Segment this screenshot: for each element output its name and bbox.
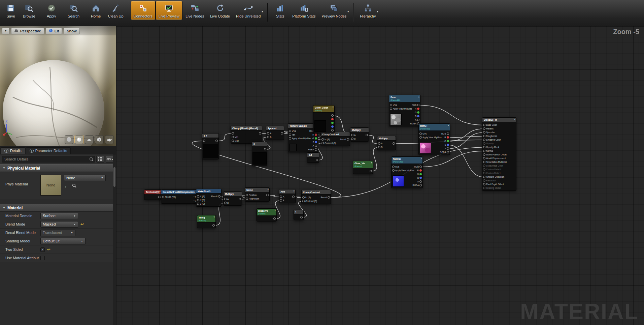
graph-node-glowcolor[interactable]: Glow_Color(Param)▾ bbox=[313, 105, 335, 133]
collapse-arrow-icon[interactable]: ▴ bbox=[514, 118, 515, 121]
input-pin[interactable] bbox=[483, 187, 485, 189]
output-pin[interactable] bbox=[347, 138, 349, 141]
output-pin[interactable] bbox=[419, 169, 422, 172]
input-pin[interactable] bbox=[483, 150, 485, 152]
output-pin[interactable] bbox=[417, 111, 419, 114]
shape-cube-button[interactable] bbox=[95, 135, 104, 144]
input-pin[interactable] bbox=[224, 202, 227, 204]
preview-viewport[interactable]: ▼ Perspective Lit Show Z bbox=[0, 26, 116, 146]
output-pin[interactable] bbox=[273, 217, 276, 220]
details-scrollbar[interactable] bbox=[113, 154, 116, 325]
input-pin[interactable] bbox=[267, 132, 269, 135]
output-pin[interactable] bbox=[417, 115, 419, 117]
input-pin[interactable] bbox=[392, 166, 395, 168]
chevron-down-icon[interactable]: ▾ bbox=[262, 10, 263, 13]
input-pin[interactable] bbox=[483, 124, 485, 126]
tab-details[interactable]: i Details bbox=[1, 147, 25, 154]
output-pin[interactable] bbox=[331, 118, 334, 120]
input-pin[interactable] bbox=[232, 132, 234, 135]
blend-mode-dropdown[interactable]: Masked ▼ bbox=[40, 221, 78, 228]
output-pin[interactable] bbox=[315, 145, 317, 147]
visibility-filter-button[interactable]: ▾ bbox=[106, 156, 114, 162]
input-pin[interactable] bbox=[162, 196, 164, 198]
tab-parameter-defaults[interactable]: i Parameter Defaults bbox=[26, 147, 71, 154]
graph-node-makefloat3[interactable]: MakeFloat3X (S)ResultY (S)Z (S) bbox=[196, 189, 222, 207]
save-button[interactable]: Save bbox=[2, 1, 20, 20]
input-pin[interactable] bbox=[302, 196, 305, 199]
input-pin[interactable] bbox=[246, 198, 248, 200]
input-pin[interactable] bbox=[378, 146, 380, 148]
graph-node-const05[interactable]: 0.5 bbox=[307, 152, 319, 163]
input-pin[interactable] bbox=[483, 139, 485, 141]
graph-node-multiply1[interactable]: MultiplyAB bbox=[350, 127, 369, 142]
graph-node-tiling[interactable]: Tiling(Param)▾ bbox=[197, 215, 216, 228]
input-pin[interactable] bbox=[390, 108, 392, 110]
collapse-arrow-icon[interactable]: ▴ bbox=[448, 124, 449, 127]
output-pin[interactable] bbox=[292, 196, 295, 198]
output-pin[interactable] bbox=[315, 148, 317, 151]
lit-button[interactable]: Lit bbox=[46, 28, 62, 34]
output-pin[interactable] bbox=[417, 104, 419, 106]
graph-node-glowvis[interactable]: Glow_Vis(Param)▾ bbox=[353, 161, 373, 174]
scrollbar-thumb[interactable] bbox=[113, 167, 115, 187]
input-pin[interactable] bbox=[483, 157, 485, 159]
graph-node-add[interactable]: Add▾AB bbox=[279, 189, 296, 203]
live-preview-button[interactable]: Live Preview bbox=[156, 1, 182, 20]
output-pin[interactable] bbox=[215, 140, 218, 142]
collapse-arrow-icon[interactable]: ▾ bbox=[274, 209, 276, 212]
input-pin[interactable] bbox=[483, 168, 485, 171]
input-pin[interactable] bbox=[483, 176, 485, 178]
chevron-down-icon[interactable]: ▾ bbox=[347, 10, 349, 13]
use-selected-asset-icon[interactable]: ← bbox=[64, 183, 69, 189]
graph-node-base[interactable]: Base(Param2D)▴UVsRGBApply View MipBiasRG… bbox=[389, 95, 420, 126]
output-pin[interactable] bbox=[447, 140, 449, 142]
stats-button[interactable]: Stats bbox=[271, 1, 289, 20]
platform-stats-button[interactable]: Platform Stats bbox=[290, 1, 318, 20]
output-pin[interactable] bbox=[266, 194, 269, 196]
graph-node-noise[interactable]: Noise▾PositionFilterWidth bbox=[245, 187, 270, 202]
output-pin[interactable] bbox=[315, 134, 317, 136]
output-pin[interactable] bbox=[366, 134, 368, 136]
input-pin[interactable] bbox=[321, 138, 324, 141]
output-pin[interactable] bbox=[419, 166, 422, 168]
graph-node-append[interactable]: AppendAB bbox=[266, 126, 284, 140]
output-pin[interactable] bbox=[447, 144, 449, 146]
output-pin[interactable] bbox=[331, 114, 334, 117]
graph-node-dissolveM[interactable]: Dissolve_M▴Base ColorMetallicSpecularRou… bbox=[482, 117, 516, 191]
graph-node-breakout[interactable]: BreakOutFloat2ComponentsFloat2 (V2)RG bbox=[161, 189, 201, 204]
collapse-arrow-icon[interactable]: ▴ bbox=[420, 157, 422, 160]
input-pin[interactable] bbox=[483, 161, 485, 163]
browse-button[interactable]: Browse bbox=[20, 1, 38, 20]
hide-unrelated-button[interactable]: Hide Unrelated ▾ bbox=[233, 1, 263, 20]
input-pin[interactable] bbox=[232, 140, 234, 142]
input-pin[interactable] bbox=[483, 142, 485, 145]
collapse-arrow-icon[interactable]: ▾ bbox=[293, 190, 295, 193]
input-pin[interactable] bbox=[321, 142, 324, 144]
hierarchy-button[interactable]: Hierarchy ▾ bbox=[357, 1, 378, 20]
output-pin[interactable] bbox=[447, 132, 449, 135]
connectors-button[interactable]: Connectors bbox=[131, 1, 155, 20]
collapse-arrow-icon[interactable]: ▾ bbox=[371, 161, 372, 164]
input-pin[interactable] bbox=[351, 134, 353, 136]
input-pin[interactable] bbox=[267, 136, 269, 138]
show-button[interactable]: Show bbox=[64, 28, 79, 34]
search-button[interactable]: Search bbox=[65, 1, 82, 20]
chevron-down-icon[interactable]: ▾ bbox=[377, 10, 378, 13]
collapse-arrow-icon[interactable]: ▾ bbox=[213, 216, 215, 218]
graph-node-rmah[interactable]: RMAH(Param2D)▴UVsRGBApply View MipBiasRG… bbox=[418, 123, 450, 155]
input-pin[interactable] bbox=[302, 200, 305, 202]
output-pin[interactable] bbox=[419, 180, 422, 183]
input-pin[interactable] bbox=[280, 199, 282, 202]
input-pin[interactable] bbox=[483, 146, 485, 148]
graph-node-const1[interactable]: 1 bbox=[294, 210, 304, 220]
graph-node-texcoord[interactable]: TexCoord[0]▾ bbox=[144, 189, 162, 200]
input-pin[interactable] bbox=[203, 140, 205, 142]
graph-node-const0[interactable]: 0 bbox=[252, 142, 267, 166]
graph-node-clamp[interactable]: Clamp (Min=0) (Max=1)MinMax bbox=[231, 126, 262, 144]
graph-node-multiply2[interactable]: MultiplyAB bbox=[377, 136, 396, 150]
shape-teapot-button[interactable] bbox=[105, 135, 114, 144]
input-pin[interactable] bbox=[224, 198, 227, 200]
live-update-button[interactable]: Live Update bbox=[207, 1, 233, 20]
collapse-arrow-icon[interactable]: ▾ bbox=[332, 106, 334, 109]
input-pin[interactable] bbox=[483, 165, 485, 167]
